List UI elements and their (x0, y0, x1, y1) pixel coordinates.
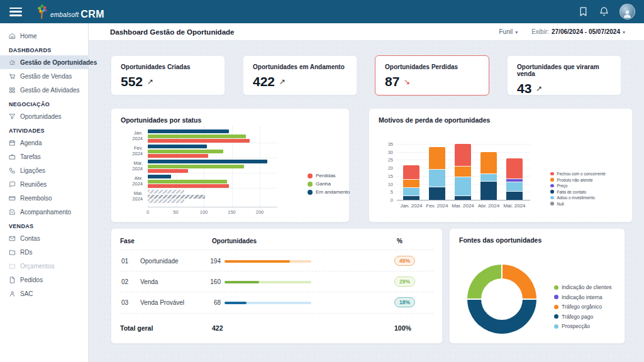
legend-item-fechou-com-o-concorrente: Fechou com o concorrente (550, 172, 606, 176)
funnel-dropdown[interactable]: Funil▾ (499, 28, 518, 35)
sidebar-item-label: Pedidos (20, 277, 43, 283)
legend-dot (554, 324, 558, 329)
table-row[interactable]: 02Venda16029% (111, 271, 442, 292)
fase-num: 02 (121, 278, 128, 285)
segment-produto-nao-atende (429, 147, 445, 170)
menu-icon[interactable] (9, 8, 22, 16)
sidebar-item-gestao-de-oportunidades[interactable]: Gestão de Oportunidades (0, 55, 88, 69)
phone-icon (9, 167, 16, 174)
folder-icon (9, 249, 16, 256)
bell-icon[interactable] (599, 6, 609, 17)
bookmark-icon[interactable] (578, 6, 589, 17)
segment-falta-de-contato (403, 196, 419, 200)
fase-name: Oportunidade (140, 258, 179, 265)
category-label: Mar.2024 (118, 160, 143, 172)
sidebar-item-ligacoes[interactable]: Ligações (0, 163, 88, 177)
legend-item-em-andamento: Em andamento (308, 189, 350, 195)
y-tick: 15 (383, 173, 393, 179)
bar-ganha (148, 165, 244, 168)
sidebar-item-label: Agenda (20, 140, 42, 146)
table-row[interactable]: 03Venda Provável6818% (111, 292, 442, 312)
legend-item-ganha: Ganha (308, 181, 331, 187)
sidebar-item-sac[interactable]: SAC (0, 287, 88, 300)
date-range-dropdown[interactable]: Exibir: 27/06/2024 - 05/07/2024 ▾ (531, 28, 625, 35)
exibir-label: Exibir: (531, 28, 549, 35)
y-tick: 5 (383, 189, 393, 195)
sidebar-item-label: Home (20, 33, 37, 40)
sidebar-item-label: Gestão de Oportunidades (20, 59, 97, 66)
sidebar-item-oportunidades[interactable]: Oportunidades (0, 109, 88, 123)
legend-dot (550, 184, 554, 188)
progress-fill (225, 281, 259, 283)
segment-falta-de-contato (480, 182, 497, 200)
x-tick: 100 (199, 209, 209, 215)
x-axis (397, 200, 530, 200)
kpi-card-oportunidades-que-viraram-venda[interactable]: Oportunidades que viraram venda43↗ (507, 55, 621, 96)
donut-hole (481, 278, 523, 320)
status-chart-card: Oportunidades por status 050100150200Jan… (111, 108, 350, 222)
x-tick: 150 (227, 209, 237, 215)
kpi-value: 422↗ (253, 74, 347, 89)
segment-adiou-o-investimento (455, 177, 471, 195)
kpi-card-oportunidades-criadas[interactable]: Oportunidades Criadas552↗ (111, 55, 225, 96)
legend-label: Tráfego orgânico (562, 304, 602, 310)
briefcase-icon (9, 153, 16, 160)
sidebar-item-reembolso[interactable]: Reembolso (0, 191, 88, 205)
gridline (260, 126, 260, 207)
sidebar-item-gestao-de-atividades[interactable]: Gestão de Atividades (0, 83, 88, 97)
sidebar-item-rds[interactable]: RDs (0, 245, 88, 259)
bar-em-andamento (148, 145, 207, 148)
page-header: Dashboard Gestão de Oportunidade Funil▾ … (89, 23, 644, 41)
pct-badge: 45% (394, 256, 415, 266)
table-row[interactable]: 01Oportunidade19445% (111, 250, 442, 271)
legend-item-perdidas: Perdidas (308, 173, 336, 178)
segment-fechou-com-o-concorrente (455, 144, 471, 167)
sidebar-item-pedidos[interactable]: Pedidos (0, 273, 88, 287)
y-tick: 35 (383, 141, 393, 147)
trend-down-icon: ↘ (404, 77, 410, 86)
trend-up-icon: ↗ (536, 84, 542, 93)
sidebar-item-label: Ligações (20, 167, 45, 174)
legend-dot (550, 178, 554, 182)
x-tick: 200 (255, 209, 265, 215)
sidebar-item-reunioes[interactable]: Reuniões (0, 177, 88, 191)
sidebar-item-label: Gestão de Vendas (20, 73, 72, 80)
legend-dot (550, 196, 554, 200)
segment-preco (506, 179, 523, 182)
sidebar-item-orcamentos[interactable]: Orçamentos (0, 259, 88, 273)
sidebar-section-negociacao: NEGOCIAÇÃO (0, 97, 88, 109)
kpi-card-oportunidades-em-andamento[interactable]: Oportunidades em Andamento422↗ (243, 55, 357, 96)
bar-sem-status (148, 190, 184, 194)
group-separator (148, 173, 277, 173)
cart-icon (9, 73, 16, 80)
kpi-value: 43↗ (517, 81, 611, 96)
sidebar-item-home[interactable]: Home (0, 29, 88, 43)
legend-dot (550, 202, 554, 206)
progress-track (225, 260, 311, 263)
bar-em-andamento (148, 160, 267, 163)
brand-crm: CRM (80, 9, 104, 20)
user-avatar[interactable] (619, 4, 635, 19)
sidebar-item-tarefas[interactable]: Tarefas (0, 150, 88, 163)
kpi-label: Oportunidades Criadas (121, 63, 215, 70)
legend-dot (308, 190, 313, 195)
legend-item-trafego-pago: Tráfego pago (554, 314, 593, 320)
legend-item-preco: Preço (550, 184, 567, 188)
home-icon (9, 33, 16, 40)
chevron-down-icon: ▾ (623, 30, 625, 35)
legend-label: Adiou o investimento (557, 195, 595, 200)
app-logo[interactable]: embalsoft CRM (36, 4, 104, 20)
sidebar-item-contas[interactable]: Contas (0, 231, 88, 245)
progress-track (225, 302, 311, 304)
y-tick: 10 (383, 182, 393, 187)
sidebar-item-agenda[interactable]: Agenda (0, 136, 88, 150)
total-value: 422 (212, 324, 223, 332)
sidebar-item-acompanhamento[interactable]: Acompanhamento (0, 205, 88, 219)
sidebar-item-gestao-de-vendas[interactable]: Gestão de Vendas (0, 69, 88, 83)
legend-label: Indicação interna (562, 294, 602, 300)
kpi-card-oportunidades-perdidas[interactable]: Oportunidades Perdidas87↘ (375, 55, 489, 96)
legend-label: Null (557, 202, 564, 206)
legend-item-indicacao-interna: Indicação interna (554, 294, 602, 300)
total-pct: 100% (394, 324, 411, 332)
progress-fill (225, 302, 247, 304)
